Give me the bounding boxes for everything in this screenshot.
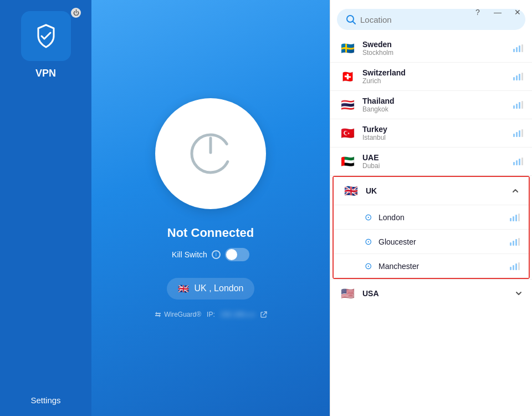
svg-rect-8 (516, 75, 518, 80)
svg-rect-22 (521, 158, 523, 165)
svg-rect-23 (510, 218, 511, 221)
turkey-city: Istanbul (362, 134, 513, 141)
ip-label: IP: (207, 311, 215, 318)
svg-rect-28 (513, 241, 514, 246)
right-panel: 🇸🇪 Sweden Stockholm 🇨🇭 Switzerland Zuric… (330, 0, 532, 416)
uk-info: UK (366, 186, 511, 195)
kill-switch-toggle[interactable] (225, 248, 249, 261)
svg-rect-21 (519, 159, 520, 165)
external-link-icon[interactable] (260, 311, 267, 318)
svg-rect-14 (521, 101, 523, 109)
list-item[interactable]: 🇦🇪 UAE Dubai (330, 148, 532, 176)
uk-cities-list: ⊙ London ⊙ Gloucester (334, 205, 529, 278)
location-selector[interactable]: 🇬🇧 UK , London (167, 278, 255, 300)
connection-status: Not Connected (167, 226, 254, 240)
uae-flag: 🇦🇪 (339, 153, 356, 170)
svg-rect-26 (518, 214, 520, 221)
turkey-info: Turkey Istanbul (362, 125, 513, 141)
main-content: Not Connected Kill Switch i 🇬🇧 UK , Lond… (91, 0, 330, 416)
pin-icon: ⊙ (365, 236, 372, 247)
usa-name: USA (362, 289, 514, 298)
thailand-name: Thailand (362, 97, 513, 105)
signal-icon (510, 214, 520, 221)
turkey-name: Turkey (362, 125, 513, 134)
pin-icon: ⊙ (365, 261, 372, 271)
uk-name: UK (366, 186, 511, 195)
list-item[interactable]: ⊙ London (334, 205, 529, 229)
svg-rect-20 (516, 160, 518, 165)
signal-icon (513, 44, 523, 52)
chevron-down-icon (514, 289, 523, 298)
switzerland-name: Switzerland (362, 68, 513, 77)
svg-rect-4 (516, 47, 518, 52)
uk-expanded-section: 🇬🇧 UK ⊙ London (332, 176, 530, 279)
uae-name: UAE (362, 153, 513, 162)
toggle-thumb (226, 249, 237, 260)
svg-rect-29 (515, 239, 517, 246)
selected-location: UK , London (195, 283, 244, 293)
minimize-button[interactable]: — (490, 4, 505, 20)
server-list: 🇸🇪 Sweden Stockholm 🇨🇭 Switzerland Zuric… (330, 34, 532, 416)
bottom-bar: WireGuard® IP: 192.168.x.x (154, 311, 267, 318)
signal-icon (513, 101, 523, 109)
signal-icon (510, 262, 520, 270)
svg-rect-17 (519, 130, 520, 137)
thailand-flag: 🇹🇭 (339, 97, 356, 113)
vpn-label: VPN (35, 68, 56, 79)
list-item[interactable]: ⊙ Manchester (334, 253, 529, 278)
sweden-info: Sweden Stockholm (362, 40, 513, 57)
switzerland-info: Switzerland Zurich (362, 68, 513, 85)
city-name-gloucester: Gloucester (378, 237, 510, 246)
uae-city: Dubai (362, 162, 513, 170)
switzerland-flag: 🇨🇭 (339, 68, 356, 85)
svg-rect-24 (513, 216, 514, 221)
vpn-shield-icon (33, 23, 59, 49)
signal-icon (510, 238, 520, 246)
kill-switch-label: Kill Switch (172, 250, 207, 259)
svg-rect-9 (519, 74, 520, 80)
svg-rect-34 (518, 262, 520, 270)
usa-country-row[interactable]: 🇺🇸 USA (330, 279, 532, 307)
sidebar: VPN ⏻ Settings (0, 0, 91, 416)
svg-rect-30 (518, 238, 520, 246)
kill-switch-row: Kill Switch i (172, 248, 249, 261)
svg-point-2 (347, 16, 354, 22)
ip-value: 192.168.x.x (221, 311, 255, 318)
usa-info: USA (362, 289, 514, 298)
sweden-name: Sweden (362, 40, 513, 49)
svg-rect-10 (521, 73, 523, 80)
svg-rect-27 (510, 242, 511, 246)
help-button[interactable]: ? (470, 4, 485, 20)
svg-rect-5 (519, 45, 520, 52)
chevron-up-icon (511, 186, 520, 195)
sweden-flag: 🇸🇪 (339, 40, 356, 57)
svg-rect-33 (515, 263, 517, 270)
pin-icon: ⊙ (365, 212, 372, 222)
usa-flag: 🇺🇸 (339, 285, 356, 302)
signal-icon (513, 158, 523, 165)
list-item[interactable]: 🇸🇪 Sweden Stockholm (330, 34, 532, 63)
list-item[interactable]: 🇨🇭 Switzerland Zurich (330, 63, 532, 91)
protocol-label: WireGuard® (164, 311, 201, 318)
list-item[interactable]: 🇹🇷 Turkey Istanbul (330, 119, 532, 148)
list-item[interactable]: ⊙ Gloucester (334, 229, 529, 253)
power-button[interactable] (155, 98, 266, 209)
vpn-icon-container[interactable] (21, 11, 71, 61)
power-icon (188, 131, 233, 176)
svg-rect-6 (521, 44, 523, 52)
svg-rect-25 (515, 215, 517, 221)
svg-rect-19 (513, 162, 515, 165)
thailand-info: Thailand Bangkok (362, 97, 513, 113)
svg-rect-13 (519, 102, 520, 109)
uk-country-row[interactable]: 🇬🇧 UK (334, 177, 529, 205)
kill-switch-info-icon[interactable]: i (212, 250, 221, 259)
settings-label[interactable]: Settings (30, 395, 60, 405)
svg-rect-11 (513, 105, 515, 109)
list-item[interactable]: 🇹🇭 Thailand Bangkok (330, 91, 532, 119)
svg-rect-18 (521, 129, 523, 137)
turkey-flag: 🇹🇷 (339, 125, 356, 141)
svg-rect-16 (516, 132, 518, 137)
close-button[interactable]: ✕ (510, 4, 525, 20)
uk-flag: 🇬🇧 (342, 182, 359, 199)
uae-info: UAE Dubai (362, 153, 513, 170)
